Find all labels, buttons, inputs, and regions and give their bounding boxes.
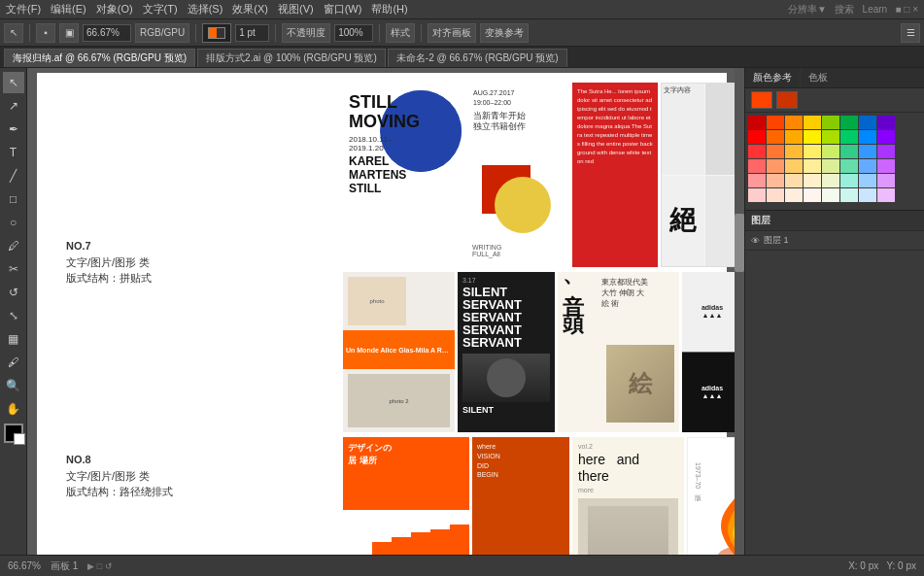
tab-1[interactable]: 海报归纳.af @ 66.67% (RGB/GPU 预览)	[4, 49, 195, 67]
poster-silent-servant[interactable]: 3.17 SILENTSERVANTSERVANTSERVANTSERVANT …	[458, 272, 555, 432]
poster-still-moving[interactable]: STILLMOVING 2018.10.11–2019.1.20 KARELMA…	[343, 83, 464, 267]
opacity-input[interactable]	[334, 24, 373, 42]
tool-brush[interactable]: 🖊	[3, 235, 24, 256]
tool-rect[interactable]: □	[3, 188, 24, 210]
swatch-5[interactable]	[822, 116, 839, 129]
poster-red-text[interactable]: The Sutra He... lorem ipsum dolor sit am…	[572, 83, 658, 267]
menu-view[interactable]: 视图(V)	[278, 2, 314, 17]
swatch-46[interactable]	[840, 188, 858, 202]
swatch-20[interactable]	[804, 145, 821, 158]
tool-eyedropper[interactable]: 🖋	[3, 352, 24, 373]
tool-line[interactable]: ╱	[3, 165, 24, 186]
layer-1[interactable]: 👁 图层 1	[745, 231, 924, 251]
menu-help[interactable]: 帮助(H)	[371, 2, 407, 17]
panel-tab-color-ref[interactable]: 颜色参考	[745, 68, 801, 87]
swatch-17[interactable]	[748, 145, 766, 158]
swatch-26[interactable]	[767, 159, 784, 173]
swatch-34[interactable]	[767, 174, 784, 187]
poster-orange-steps[interactable]: デザインの居 場所 デザインの居 場所	[343, 437, 469, 555]
zoom-input[interactable]	[83, 24, 131, 42]
poster-aug-2017[interactable]: AUG.27.201719:00–22:00 当新青年开始独立书籍创作 WRIT…	[467, 83, 569, 267]
poster-music-japanese[interactable]: 音、頭 東京都現代美大竹 伸朗 大絵 術 絵	[558, 272, 679, 432]
swatch-15[interactable]	[859, 130, 876, 144]
tool-gradient[interactable]: ▦	[3, 328, 24, 350]
scroll-thumb[interactable]	[735, 214, 744, 272]
selection-tool-btn[interactable]: ↖	[4, 23, 23, 43]
swatch-32[interactable]	[877, 159, 895, 173]
layer-btn2[interactable]: ▣	[59, 23, 79, 43]
poster-orange-text[interactable]: whereVISIONDIDBEGIN loneliness	[472, 437, 569, 555]
swatch-29[interactable]	[822, 159, 839, 173]
poster-collage[interactable]: photo Un Monde Alice Glas-Mila A R… phot…	[343, 272, 455, 432]
fill-stroke-indicator[interactable]	[4, 424, 23, 443]
panel-tab-swatches[interactable]: 色板	[801, 68, 836, 87]
canvas-area[interactable]: NO.7 文字/图片/图形 类 版式结构：拼贴式 NO.8 文字/图片/图形 类…	[27, 68, 744, 555]
menu-edit[interactable]: 编辑(E)	[51, 2, 86, 17]
swatch-48[interactable]	[877, 188, 895, 202]
swatch-40[interactable]	[877, 174, 895, 187]
swatch-35[interactable]	[785, 174, 803, 187]
menu-text[interactable]: 文字(T)	[143, 2, 178, 17]
menu-select[interactable]: 选择(S)	[188, 2, 223, 17]
swatch-13[interactable]	[822, 130, 839, 144]
color-mode-btn[interactable]: RGB/GPU	[135, 23, 189, 43]
swatch-1[interactable]	[748, 116, 766, 129]
menu-effect[interactable]: 效果(X)	[232, 2, 268, 17]
swatch-3[interactable]	[785, 116, 803, 129]
tool-hand[interactable]: ✋	[3, 398, 24, 420]
color-preview-box-2[interactable]	[776, 91, 798, 109]
menu-object[interactable]: 对象(O)	[96, 2, 133, 17]
tool-select[interactable]: ↖	[3, 72, 24, 93]
swatch-25[interactable]	[748, 159, 766, 173]
poster-here-there[interactable]: vol.2 here and there more	[572, 437, 684, 555]
swatch-22[interactable]	[840, 145, 858, 158]
swatch-47[interactable]	[859, 188, 876, 202]
swatch-41[interactable]	[748, 188, 766, 202]
swatch-43[interactable]	[785, 188, 803, 202]
swatch-37[interactable]	[822, 174, 839, 187]
swatch-21[interactable]	[822, 145, 839, 158]
tab-2[interactable]: 排版方式2.ai @ 100% (RGB/GPU 预览)	[197, 49, 386, 67]
swatch-38[interactable]	[840, 174, 858, 187]
swatch-30[interactable]	[840, 159, 858, 173]
swatch-12[interactable]	[804, 130, 821, 144]
vertical-scrollbar[interactable]	[735, 68, 744, 555]
swatch-39[interactable]	[859, 174, 876, 187]
swatch-14[interactable]	[840, 130, 858, 144]
properties-btn[interactable]: ☰	[901, 23, 920, 43]
menu-file[interactable]: 文件(F)	[6, 2, 41, 17]
swatch-27[interactable]	[785, 159, 803, 173]
stroke-input[interactable]	[235, 24, 269, 42]
tool-text[interactable]: T	[3, 142, 24, 163]
stroke-color-btn[interactable]	[202, 23, 231, 43]
arrange-btn[interactable]: 变换参考	[480, 23, 529, 43]
swatch-28[interactable]	[804, 159, 821, 173]
swatch-16[interactable]	[877, 130, 895, 144]
tool-scissors[interactable]: ✂	[3, 258, 24, 280]
swatch-42[interactable]	[767, 188, 784, 202]
style-btn[interactable]: 样式	[386, 23, 415, 43]
swatch-10[interactable]	[767, 130, 784, 144]
swatch-24[interactable]	[877, 145, 895, 158]
tool-rotate[interactable]: ↺	[3, 282, 24, 303]
tool-direct-select[interactable]: ↗	[3, 95, 24, 117]
swatch-8[interactable]	[877, 116, 895, 129]
swatch-45[interactable]	[822, 188, 839, 202]
poster-japanese-grid[interactable]: 文字内容 絕	[661, 83, 744, 267]
swatch-31[interactable]	[859, 159, 876, 173]
swatch-7[interactable]	[859, 116, 876, 129]
swatch-18[interactable]	[767, 145, 784, 158]
align-btn[interactable]: 对齐画板	[428, 23, 476, 43]
tab-3[interactable]: 未命名-2 @ 66.67% (RGB/GPU 预览)	[388, 49, 567, 67]
swatch-4[interactable]	[804, 116, 821, 129]
tool-pen[interactable]: ✒	[3, 119, 24, 140]
swatch-23[interactable]	[859, 145, 876, 158]
tool-ellipse[interactable]: ○	[3, 212, 24, 233]
color-preview-box[interactable]	[751, 91, 772, 109]
tool-scale[interactable]: ⤡	[3, 305, 24, 326]
menu-window[interactable]: 窗口(W)	[324, 2, 362, 17]
swatch-6[interactable]	[840, 116, 858, 129]
swatch-44[interactable]	[804, 188, 821, 202]
swatch-19[interactable]	[785, 145, 803, 158]
layer-btn[interactable]: ▪	[36, 23, 55, 43]
